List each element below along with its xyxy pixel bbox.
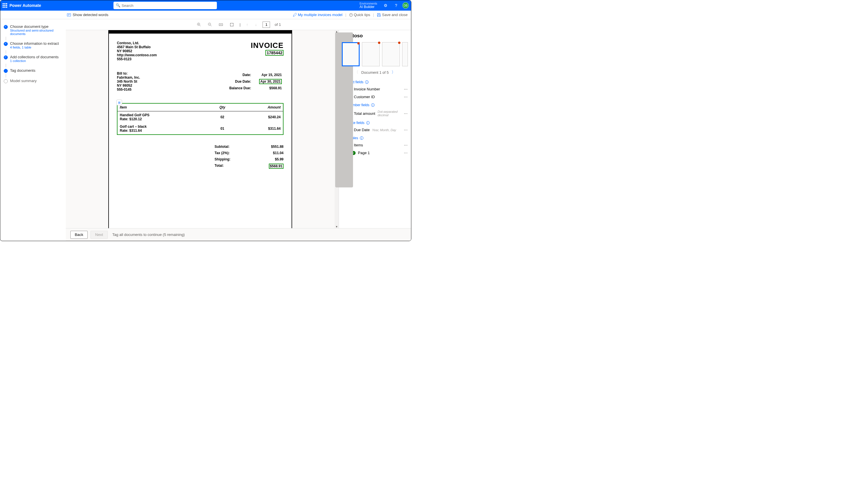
brand-title: Power Automate: [10, 3, 41, 8]
show-detected-words-button[interactable]: Show detected words: [67, 13, 108, 17]
active-dot-icon: [4, 69, 8, 73]
info-icon[interactable]: i: [366, 121, 370, 124]
more-icon[interactable]: ⋯: [404, 151, 407, 155]
table-select-icon[interactable]: ⊞: [116, 100, 122, 105]
vertical-scrollbar[interactable]: ▲ ▼: [335, 30, 339, 228]
info-icon: ?: [349, 13, 353, 17]
step-add-collections[interactable]: Add collections of documents1 collection: [3, 54, 63, 64]
step-tag-documents[interactable]: Tag documents: [3, 67, 63, 74]
fit-width-icon[interactable]: [218, 21, 224, 28]
fit-page-icon[interactable]: [229, 21, 235, 28]
wizard-steps: Choose document typeStructured and semi-…: [0, 19, 66, 241]
back-button[interactable]: Back: [70, 231, 88, 239]
svg-rect-0: [67, 14, 71, 16]
footer-status: Tag all documents to continue (5 remaini…: [112, 233, 185, 237]
doc-thumb-1[interactable]: [342, 42, 360, 66]
pencil-icon: [293, 13, 297, 17]
tagged-total[interactable]: $568.91: [269, 164, 284, 169]
check-icon: [4, 25, 8, 29]
empty-dot-icon: [4, 79, 8, 83]
info-icon[interactable]: i: [365, 80, 369, 84]
document-viewer[interactable]: Contoso, Ltd. 4567 Main St Buffalo NY 90…: [66, 30, 335, 228]
viewer-toolbar: | ↑ ↓ of 1: [66, 19, 411, 30]
check-icon: [4, 42, 8, 46]
user-avatar[interactable]: DB: [402, 2, 409, 9]
info-icon[interactable]: i: [360, 136, 363, 140]
step-choose-document-type[interactable]: Choose document typeStructured and semi-…: [3, 23, 63, 37]
save-icon: [377, 13, 381, 17]
status-dot-icon: [378, 42, 380, 44]
more-icon[interactable]: ⋯: [404, 87, 407, 91]
more-icon[interactable]: ⋯: [404, 112, 407, 116]
check-icon: [4, 55, 8, 59]
environment-picker[interactable]: Environments AI Builder: [360, 2, 379, 9]
command-bar: Show detected words My multiple invoices…: [0, 11, 411, 19]
help-icon[interactable]: ?: [392, 3, 400, 8]
status-dot-icon: [398, 42, 400, 44]
tagged-items-table[interactable]: ⊞ Item Qty Amount Handled Golf GPSRate: …: [117, 103, 284, 135]
step-choose-information[interactable]: Choose information to extract4 fields, 1…: [3, 40, 63, 50]
page-total-label: of 1: [275, 23, 281, 27]
status-dot-icon: [357, 42, 360, 44]
page-number-input[interactable]: [262, 21, 270, 28]
search-input[interactable]: [113, 2, 217, 9]
doc-thumb-2[interactable]: [362, 42, 380, 66]
settings-icon[interactable]: ⚙: [382, 3, 390, 8]
table-row: Golf cart – blackRate: $311.6401$311.64: [117, 123, 283, 134]
more-icon[interactable]: ⋯: [404, 95, 407, 99]
document-page: Contoso, Ltd. 4567 Main St Buffalo NY 90…: [108, 30, 292, 228]
zoom-in-icon[interactable]: [196, 21, 202, 28]
next-doc-icon[interactable]: 〉: [391, 70, 396, 75]
next-page-icon: ↓: [254, 21, 258, 28]
textbox-icon: [67, 13, 71, 17]
prev-page-icon: ↑: [245, 21, 249, 28]
doc-thumb-4[interactable]: [402, 42, 408, 66]
step-model-summary[interactable]: Model summary: [3, 77, 63, 84]
tagged-due-date[interactable]: Apr 30, 2021: [259, 79, 282, 84]
top-bar: Power Automate 🔍 Environments AI Builder…: [0, 0, 411, 11]
next-button: Next: [90, 231, 108, 239]
wizard-footer: Back Next Tag all documents to continue …: [66, 228, 411, 241]
quick-tips-link[interactable]: ? Quick tips: [349, 13, 370, 17]
model-name-link[interactable]: My multiple invoices model: [293, 13, 342, 17]
table-row: Handled Golf GPSRate: $120.1202$240.24: [117, 112, 283, 123]
search-icon: 🔍: [116, 3, 120, 8]
more-icon[interactable]: ⋯: [404, 128, 407, 132]
save-and-close-button[interactable]: Save and close: [377, 13, 407, 17]
zoom-out-icon[interactable]: [207, 21, 213, 28]
more-icon[interactable]: ⋯: [404, 143, 407, 147]
app-launcher-icon[interactable]: [3, 3, 7, 8]
doc-thumb-3[interactable]: [382, 42, 400, 66]
scroll-down-icon[interactable]: ▼: [335, 225, 339, 228]
prev-doc-icon[interactable]: 〈: [355, 70, 358, 75]
document-thumbnails: [339, 41, 411, 68]
info-icon[interactable]: i: [371, 103, 375, 107]
tagged-invoice-number[interactable]: 1785442: [266, 50, 284, 56]
doc-counter: Document 1 of 5: [361, 70, 389, 75]
